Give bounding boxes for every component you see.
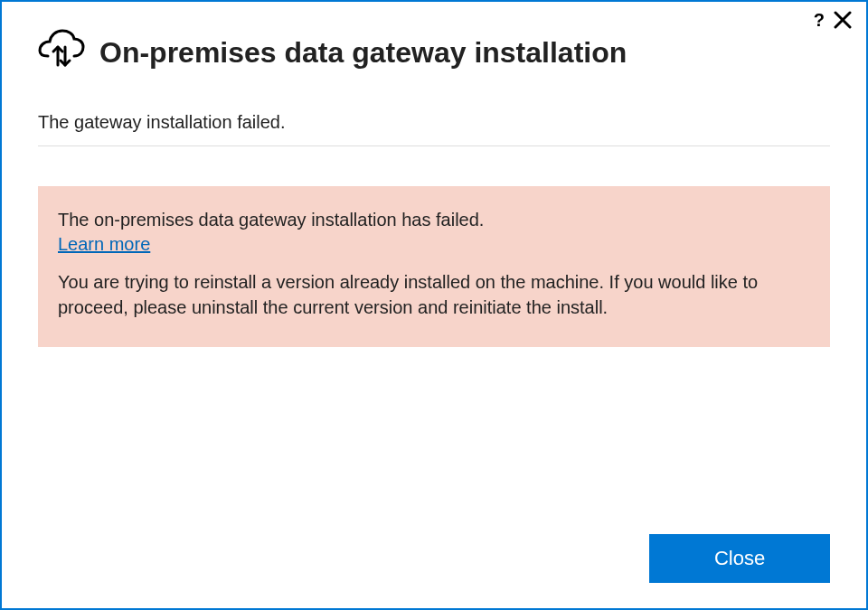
titlebar-controls: ?	[814, 11, 852, 29]
dialog-footer: Close	[649, 534, 830, 583]
error-title: The on-premises data gateway installatio…	[58, 210, 810, 230]
close-icon[interactable]	[834, 11, 852, 29]
error-detail: You are trying to reinstall a version al…	[58, 269, 810, 320]
learn-more-link[interactable]: Learn more	[58, 234, 150, 255]
status-message: The gateway installation failed.	[38, 112, 830, 146]
cloud-gateway-icon	[38, 29, 85, 76]
installer-dialog: ? On-premises data gateway installation …	[0, 0, 868, 610]
dialog-header: On-premises data gateway installation	[2, 2, 866, 76]
dialog-title: On-premises data gateway installation	[99, 36, 627, 70]
close-button[interactable]: Close	[649, 534, 830, 583]
dialog-content: The gateway installation failed. The on-…	[2, 76, 866, 347]
error-panel: The on-premises data gateway installatio…	[38, 186, 830, 347]
help-icon[interactable]: ?	[814, 11, 825, 29]
